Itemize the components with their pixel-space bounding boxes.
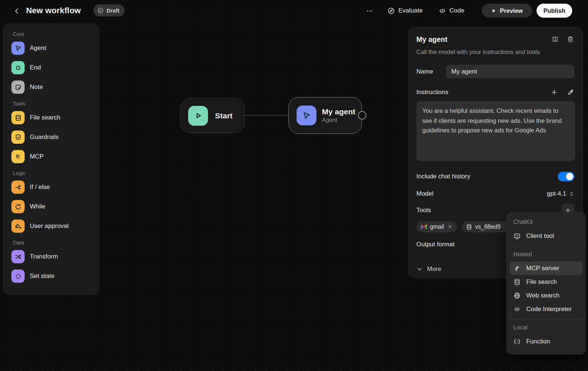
node-start[interactable]: Start xyxy=(180,98,245,133)
palette-item-end[interactable]: End xyxy=(11,61,94,74)
menu-divider xyxy=(507,319,585,320)
menu-item-label: File search xyxy=(526,278,557,286)
menu-item-label: Code Interpreter xyxy=(526,306,572,313)
play-icon xyxy=(188,106,208,126)
menu-divider xyxy=(507,246,585,246)
code-icon xyxy=(438,7,446,15)
shuffle-icon xyxy=(11,250,25,263)
palette-item-label: If / else xyxy=(30,183,50,191)
menu-item-client-tool[interactable]: Client tool xyxy=(507,229,585,243)
chat-history-toggle[interactable] xyxy=(558,172,574,181)
menu-item-mcp-server[interactable]: MCP server xyxy=(510,261,582,275)
add-variable-icon[interactable] xyxy=(550,88,558,96)
menu-item-web-search[interactable]: Web search xyxy=(507,289,585,302)
menu-item-code-interpreter[interactable]: Code Interpreter xyxy=(507,302,585,316)
mcp-dots-icon xyxy=(11,150,25,163)
tool-chip-gmail[interactable]: gmail ✕ xyxy=(416,221,457,232)
shield-check-icon xyxy=(11,131,25,144)
end-stop-icon xyxy=(11,61,25,74)
more-label: More xyxy=(427,265,441,273)
draft-badge-label: Draft xyxy=(107,7,119,14)
inspector-title: My agent xyxy=(416,35,448,44)
back-button[interactable] xyxy=(11,5,23,17)
palette-item-label: End xyxy=(30,64,41,71)
code-button[interactable]: Code xyxy=(438,4,465,18)
node-title: Start xyxy=(215,111,233,120)
palette-item-label: Set state xyxy=(30,272,54,280)
up-down-chevron-icon xyxy=(569,191,574,197)
chat-history-label: Include chat history xyxy=(416,173,470,180)
preview-label: Preview xyxy=(500,7,523,14)
name-input[interactable] xyxy=(446,65,574,78)
preview-button[interactable]: Preview xyxy=(482,4,532,18)
node-title: My agent xyxy=(322,107,355,116)
agent-cursor-icon xyxy=(297,106,316,125)
duplicate-icon[interactable] xyxy=(551,35,559,43)
menu-item-label: Client tool xyxy=(526,232,554,240)
palette-item-label: Transform xyxy=(30,253,58,260)
palette-item-set-state[interactable]: Set state xyxy=(11,270,94,283)
output-format-label: Output format xyxy=(416,241,455,248)
generate-pencil-icon[interactable] xyxy=(566,88,574,96)
node-my-agent[interactable]: My agent Agent xyxy=(288,97,362,134)
block-palette-sidebar: Core Agent End Note Tools File search xyxy=(3,24,99,295)
add-tool-menu: ChatKit Client tool Hosted MCP server Fi… xyxy=(506,212,586,354)
palette-item-label: Guardrails xyxy=(30,133,58,141)
draft-pencil-icon xyxy=(97,7,104,14)
palette-item-label: While xyxy=(30,203,46,210)
chevron-left-icon xyxy=(13,7,21,15)
database-icon xyxy=(11,111,25,124)
model-label: Model xyxy=(416,190,433,197)
menu-section-hosted: Hosted xyxy=(507,250,585,261)
mcp-server-icon xyxy=(513,265,521,272)
note-icon xyxy=(11,81,25,94)
palette-item-label: User approval xyxy=(30,222,69,230)
publish-label: Publish xyxy=(544,7,566,14)
more-options-button[interactable] xyxy=(364,5,376,17)
tool-chip-label: gmail xyxy=(430,224,444,230)
publish-button[interactable]: Publish xyxy=(537,4,572,18)
palette-item-mcp[interactable]: MCP xyxy=(11,150,94,163)
palette-item-while[interactable]: While xyxy=(11,200,94,213)
palette-item-if-else[interactable]: If / else xyxy=(11,181,94,194)
palette-item-transform[interactable]: Transform xyxy=(11,250,94,263)
model-value: gpt-4.1 xyxy=(547,190,566,197)
delete-node-icon[interactable] xyxy=(566,35,574,43)
palette-item-note[interactable]: Note xyxy=(11,81,94,94)
section-tools-label: Tools xyxy=(13,101,94,107)
function-icon: ƒ xyxy=(513,338,521,345)
chevron-down-icon xyxy=(416,266,423,272)
menu-item-function[interactable]: ƒ Function xyxy=(507,335,585,348)
menu-item-label: MCP server xyxy=(526,265,559,272)
workflow-builder-app: New workflow Draft Evaluate Code Preview… xyxy=(0,0,588,371)
database-icon xyxy=(513,278,521,286)
thumbs-approval-icon xyxy=(11,220,25,233)
menu-section-local: Local xyxy=(507,323,585,335)
palette-item-label: Agent xyxy=(30,44,46,52)
name-label: Name xyxy=(416,68,433,75)
workflow-title: New workflow xyxy=(26,6,81,15)
agent-cursor-icon xyxy=(11,42,25,55)
node-subtitle: Agent xyxy=(322,117,355,124)
section-logic-label: Logic xyxy=(13,170,94,176)
menu-section-chatkit: ChatKit xyxy=(507,217,585,229)
remove-tool-icon[interactable]: ✕ xyxy=(448,224,452,230)
menu-item-file-search[interactable]: File search xyxy=(507,275,585,289)
palette-item-user-approval[interactable]: User approval xyxy=(11,220,94,233)
draft-badge[interactable]: Draft xyxy=(93,4,125,17)
evaluate-button[interactable]: Evaluate xyxy=(387,4,423,18)
instructions-textarea[interactable]: You are a helpful assistant. Check recen… xyxy=(416,101,575,161)
svg-text:ƒ: ƒ xyxy=(516,340,519,343)
node-output-handle[interactable] xyxy=(358,111,366,119)
client-tool-icon xyxy=(513,232,521,240)
dashed-circle-icon xyxy=(11,270,25,283)
code-icon xyxy=(513,306,521,313)
evaluate-compass-icon xyxy=(387,7,395,15)
section-data-label: Data xyxy=(13,240,94,246)
palette-item-agent[interactable]: Agent xyxy=(11,42,94,55)
palette-item-guardrails[interactable]: Guardrails xyxy=(11,131,94,144)
gmail-icon xyxy=(421,224,427,230)
palette-item-file-search[interactable]: File search xyxy=(11,111,94,124)
model-select[interactable]: gpt-4.1 xyxy=(547,190,574,197)
play-icon xyxy=(491,8,496,14)
